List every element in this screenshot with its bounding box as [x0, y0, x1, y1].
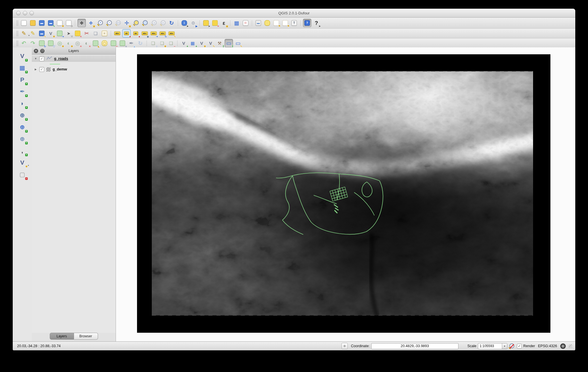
rotate-point-symbols-button[interactable]: ↻: [136, 39, 144, 47]
pan-to-selection-button[interactable]: ✥▣: [87, 19, 95, 27]
layer-name[interactable]: g_demw: [53, 67, 67, 71]
merge-features-button[interactable]: ✒▲: [127, 39, 135, 47]
add-wms-layer-button[interactable]: ⊕+: [17, 110, 27, 120]
coordinate-input[interactable]: [371, 343, 458, 349]
simplify-feature-button[interactable]: ▽: [47, 39, 55, 47]
move-label-button[interactable]: abc➜: [150, 29, 158, 37]
add-spatialite-layer-button[interactable]: ✒+: [17, 86, 27, 96]
new-grass-mapset-button[interactable]: ❏✱: [158, 39, 166, 47]
field-calculator-button[interactable]: ∷: [242, 19, 249, 27]
new-print-composer-button[interactable]: ✱: [56, 19, 64, 27]
show-bookmarks-button[interactable]: ⚑: [281, 19, 289, 27]
close-grass-mapset-button[interactable]: ❏−: [167, 39, 175, 47]
rotate-label-button[interactable]: abc↻: [159, 29, 167, 37]
split-features-button[interactable]: ✂: [110, 39, 117, 47]
copy-features-button[interactable]: ❏: [92, 29, 99, 37]
resize-grip[interactable]: [569, 344, 572, 348]
layers-tree[interactable]: ▼✓g_roads▶✓g_demw: [32, 55, 116, 333]
text-annotation-button[interactable]: T: [290, 19, 298, 27]
select-features-button[interactable]: ➤: [202, 19, 210, 27]
crs-globe-icon[interactable]: ⊕: [560, 343, 566, 349]
layer-visibility-checkbox[interactable]: ✓: [39, 56, 44, 61]
panel-tab-layers[interactable]: Layers: [50, 333, 74, 340]
deselect-features-button[interactable]: ✕: [211, 19, 219, 27]
add-grass-raster-layer-button[interactable]: ▦+: [189, 39, 197, 47]
reshape-features-button[interactable]: ◣: [92, 39, 99, 47]
add-part-button[interactable]: ◐✱: [65, 39, 73, 47]
show-hide-labels-button[interactable]: abc◉: [141, 29, 149, 37]
undo-button[interactable]: ↶: [20, 39, 28, 47]
edit-grass-vector-button[interactable]: V✎: [207, 39, 215, 47]
save-project-button[interactable]: ▬: [38, 19, 46, 27]
zoom-to-selection-button[interactable]: [132, 19, 140, 27]
scale-lock-icon[interactable]: [508, 343, 515, 349]
save-project-as-button[interactable]: ▬✎: [47, 19, 55, 27]
zoom-last-button[interactable]: ◂: [150, 19, 158, 27]
minimize-window-button[interactable]: [23, 11, 27, 15]
pin-labels-button[interactable]: ab●: [122, 29, 131, 38]
close-window-button[interactable]: [16, 11, 21, 15]
toolbar-drag-handle[interactable]: [16, 40, 18, 46]
measure-line-button[interactable]: ▬: [254, 19, 262, 27]
zoom-actual-size-button[interactable]: 1:1: [114, 19, 122, 27]
change-label-button[interactable]: abc✎: [168, 29, 175, 37]
display-grass-region-button[interactable]: ▭∥: [225, 39, 233, 47]
render-checkbox[interactable]: ✓: [517, 344, 522, 349]
map-tips-button[interactable]: [263, 19, 271, 27]
help-contents-button[interactable]: ?: [303, 19, 311, 27]
zoom-full-extent-button[interactable]: ✛▣: [123, 19, 131, 27]
move-feature-button[interactable]: ➜: [56, 29, 64, 37]
open-attribute-table-button[interactable]: ▦: [233, 19, 241, 27]
add-postgis-layer-button[interactable]: P+: [17, 75, 27, 84]
open-project-button[interactable]: [29, 19, 37, 27]
paste-features-button[interactable]: ≡: [101, 29, 108, 37]
mouse-position-toggle-icon[interactable]: ✛: [341, 343, 348, 349]
edit-grass-region-button[interactable]: ▭✎: [234, 39, 242, 47]
save-layer-edits-button[interactable]: ▬✎: [38, 29, 46, 37]
render-toggle[interactable]: ✓ Render: [517, 344, 535, 349]
add-grass-vector-layer-button[interactable]: V+: [180, 39, 188, 47]
add-wcs-layer-button[interactable]: ⊕+: [17, 122, 27, 132]
run-feature-action-button[interactable]: ⚙▶: [189, 19, 197, 27]
new-shapefile-layer-dropdown-icon[interactable]: ▾: [28, 164, 29, 167]
map-canvas[interactable]: [116, 47, 575, 342]
layer-item-g_demw[interactable]: ▶✓g_demw: [32, 66, 116, 72]
layer-symbol-swatch[interactable]: [50, 64, 60, 64]
toolbar-drag-handle[interactable]: [16, 31, 18, 36]
new-project-button[interactable]: [20, 19, 28, 27]
select-by-expression-button[interactable]: ε▣: [220, 19, 228, 27]
toolbar-drag-handle[interactable]: [16, 20, 18, 26]
delete-selected-button[interactable]: ✕: [74, 29, 82, 37]
current-edits-button[interactable]: ✎▾: [20, 29, 28, 37]
zoom-next-button[interactable]: ▸: [159, 19, 167, 27]
labeling-button[interactable]: abc: [113, 29, 121, 37]
expand-collapse-icon[interactable]: ▶: [34, 68, 37, 71]
delete-part-button[interactable]: ◐✕: [83, 39, 90, 47]
layer-name[interactable]: g_roads: [54, 57, 68, 61]
pan-map-button[interactable]: ✥: [77, 19, 86, 27]
highlight-pinned-labels-button[interactable]: ab●: [132, 29, 140, 37]
add-vector-layer-button[interactable]: V+: [17, 51, 27, 61]
scale-combo[interactable]: 1:105593 ▼: [478, 343, 507, 349]
composer-manager-button[interactable]: ⚙: [65, 19, 73, 27]
open-grass-mapset-button[interactable]: ❏↑: [149, 39, 157, 47]
redo-button[interactable]: ↷: [29, 39, 37, 47]
remove-layer-button[interactable]: ▢−: [17, 169, 27, 179]
new-bookmark-button[interactable]: ⚑: [272, 19, 280, 27]
split-parts-button[interactable]: ≈: [119, 39, 126, 47]
title-bar[interactable]: QGIS 2.0.1-Dufour: [13, 9, 575, 18]
whats-this-button[interactable]: ?➤: [313, 19, 320, 27]
scale-dropdown-icon[interactable]: ▼: [502, 343, 507, 349]
grass-tools-button[interactable]: ⚒∥: [216, 39, 223, 47]
zoom-window-button[interactable]: [29, 11, 34, 15]
delete-ring-button[interactable]: ◎✕: [74, 39, 82, 47]
layer-item-g_roads[interactable]: ▼✓g_roads: [32, 55, 116, 62]
zoom-in-button[interactable]: +: [96, 19, 104, 27]
toggle-editing-button[interactable]: ✎: [29, 29, 37, 37]
add-feature-button[interactable]: V✱: [47, 29, 55, 37]
identify-features-button[interactable]: i➤: [180, 19, 188, 27]
rotate-feature-button[interactable]: ↻: [38, 39, 46, 47]
cut-features-button[interactable]: ✂: [83, 29, 90, 37]
node-tool-button[interactable]: ➤⚒: [65, 29, 73, 37]
create-grass-vector-button[interactable]: V✱: [198, 39, 206, 47]
